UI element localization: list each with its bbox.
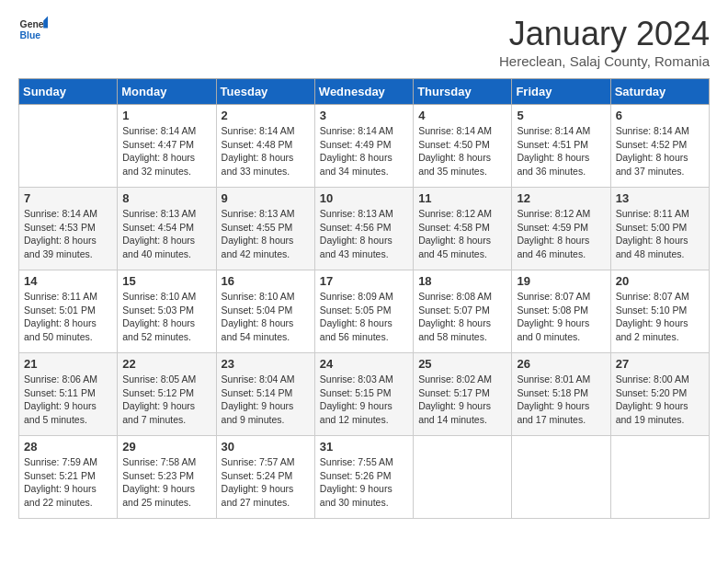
day-cell: 27Sunrise: 8:00 AMSunset: 5:20 PMDayligh… bbox=[610, 353, 709, 436]
day-cell: 10Sunrise: 8:13 AMSunset: 4:56 PMDayligh… bbox=[314, 188, 413, 270]
day-cell: 31Sunrise: 7:55 AMSunset: 5:26 PMDayligh… bbox=[314, 436, 413, 519]
day-number: 2 bbox=[222, 109, 310, 122]
day-cell bbox=[512, 436, 610, 519]
day-number: 28 bbox=[24, 440, 112, 454]
column-header-monday: Monday bbox=[118, 79, 216, 105]
calendar-subtitle: Hereclean, Salaj County, Romania bbox=[499, 53, 710, 69]
day-number: 27 bbox=[616, 357, 704, 371]
day-number: 16 bbox=[222, 274, 310, 288]
day-info: Sunrise: 8:14 AMSunset: 4:53 PMDaylight:… bbox=[24, 207, 112, 261]
calendar-table: SundayMondayTuesdayWednesdayThursdayFrid… bbox=[18, 78, 710, 519]
day-number: 15 bbox=[122, 274, 210, 288]
day-info: Sunrise: 7:55 AMSunset: 5:26 PMDaylight:… bbox=[320, 455, 408, 510]
day-number: 30 bbox=[222, 440, 310, 454]
day-info: Sunrise: 8:10 AMSunset: 5:04 PMDaylight:… bbox=[222, 290, 310, 344]
day-cell: 22Sunrise: 8:05 AMSunset: 5:12 PMDayligh… bbox=[118, 353, 216, 436]
day-cell: 30Sunrise: 7:57 AMSunset: 5:24 PMDayligh… bbox=[216, 436, 314, 519]
day-cell: 8Sunrise: 8:13 AMSunset: 4:54 PMDaylight… bbox=[118, 188, 216, 270]
day-info: Sunrise: 8:14 AMSunset: 4:48 PMDaylight:… bbox=[222, 124, 310, 178]
day-info: Sunrise: 8:05 AMSunset: 5:12 PMDaylight:… bbox=[122, 373, 210, 427]
day-cell: 20Sunrise: 8:07 AMSunset: 5:10 PMDayligh… bbox=[610, 270, 709, 353]
day-info: Sunrise: 7:57 AMSunset: 5:24 PMDaylight:… bbox=[222, 455, 310, 510]
day-cell: 1Sunrise: 8:14 AMSunset: 4:47 PMDaylight… bbox=[118, 105, 216, 188]
day-number: 8 bbox=[122, 191, 210, 205]
day-cell: 3Sunrise: 8:14 AMSunset: 4:49 PMDaylight… bbox=[314, 105, 413, 188]
day-info: Sunrise: 8:14 AMSunset: 4:52 PMDaylight:… bbox=[616, 124, 704, 178]
day-number: 10 bbox=[320, 191, 408, 205]
day-info: Sunrise: 8:08 AMSunset: 5:07 PMDaylight:… bbox=[418, 290, 506, 344]
day-info: Sunrise: 8:13 AMSunset: 4:56 PMDaylight:… bbox=[320, 207, 408, 261]
day-number: 12 bbox=[517, 191, 605, 205]
day-cell: 2Sunrise: 8:14 AMSunset: 4:48 PMDaylight… bbox=[216, 105, 314, 188]
day-number: 9 bbox=[222, 191, 310, 205]
day-cell: 28Sunrise: 7:59 AMSunset: 5:21 PMDayligh… bbox=[19, 436, 118, 519]
day-number: 17 bbox=[320, 274, 408, 288]
day-number: 3 bbox=[320, 109, 408, 122]
day-number: 21 bbox=[24, 357, 112, 371]
day-number: 22 bbox=[122, 357, 210, 371]
svg-text:Blue: Blue bbox=[20, 30, 41, 40]
day-number: 29 bbox=[122, 440, 210, 454]
day-cell: 23Sunrise: 8:04 AMSunset: 5:14 PMDayligh… bbox=[216, 353, 314, 436]
day-info: Sunrise: 8:09 AMSunset: 5:05 PMDaylight:… bbox=[320, 290, 408, 344]
day-number: 14 bbox=[24, 274, 112, 288]
day-info: Sunrise: 8:01 AMSunset: 5:18 PMDaylight:… bbox=[517, 373, 605, 427]
week-row-5: 28Sunrise: 7:59 AMSunset: 5:21 PMDayligh… bbox=[19, 436, 710, 519]
week-row-1: 1Sunrise: 8:14 AMSunset: 4:47 PMDaylight… bbox=[19, 105, 710, 188]
day-number: 24 bbox=[320, 357, 408, 371]
day-number: 31 bbox=[320, 440, 408, 454]
header: General Blue January 2024 Hereclean, Sal… bbox=[18, 15, 710, 69]
day-number: 26 bbox=[517, 357, 605, 371]
column-header-friday: Friday bbox=[512, 79, 610, 105]
day-number: 18 bbox=[418, 274, 506, 288]
day-cell: 11Sunrise: 8:12 AMSunset: 4:58 PMDayligh… bbox=[414, 188, 512, 270]
day-number: 23 bbox=[222, 357, 310, 371]
day-cell: 26Sunrise: 8:01 AMSunset: 5:18 PMDayligh… bbox=[512, 353, 610, 436]
day-info: Sunrise: 8:14 AMSunset: 4:50 PMDaylight:… bbox=[418, 124, 506, 178]
day-number: 6 bbox=[616, 109, 704, 122]
day-cell: 4Sunrise: 8:14 AMSunset: 4:50 PMDaylight… bbox=[414, 105, 512, 188]
day-info: Sunrise: 7:58 AMSunset: 5:23 PMDaylight:… bbox=[122, 455, 210, 510]
day-info: Sunrise: 8:07 AMSunset: 5:08 PMDaylight:… bbox=[517, 290, 605, 344]
day-info: Sunrise: 8:03 AMSunset: 5:15 PMDaylight:… bbox=[320, 373, 408, 427]
day-cell bbox=[414, 436, 512, 519]
day-number: 7 bbox=[24, 191, 112, 205]
day-cell: 24Sunrise: 8:03 AMSunset: 5:15 PMDayligh… bbox=[314, 353, 413, 436]
day-info: Sunrise: 8:04 AMSunset: 5:14 PMDaylight:… bbox=[222, 373, 310, 427]
day-cell: 9Sunrise: 8:13 AMSunset: 4:55 PMDaylight… bbox=[216, 188, 314, 270]
day-number: 19 bbox=[517, 274, 605, 288]
day-number: 11 bbox=[418, 191, 506, 205]
column-header-wednesday: Wednesday bbox=[314, 79, 413, 105]
title-area: January 2024 Hereclean, Salaj County, Ro… bbox=[499, 15, 710, 69]
day-number: 5 bbox=[517, 109, 605, 122]
day-info: Sunrise: 7:59 AMSunset: 5:21 PMDaylight:… bbox=[24, 455, 112, 510]
day-cell bbox=[19, 105, 118, 188]
column-header-sunday: Sunday bbox=[19, 79, 118, 105]
day-cell: 6Sunrise: 8:14 AMSunset: 4:52 PMDaylight… bbox=[610, 105, 709, 188]
week-row-2: 7Sunrise: 8:14 AMSunset: 4:53 PMDaylight… bbox=[19, 188, 710, 270]
day-cell: 13Sunrise: 8:11 AMSunset: 5:00 PMDayligh… bbox=[610, 188, 709, 270]
day-number: 25 bbox=[418, 357, 506, 371]
day-cell: 15Sunrise: 8:10 AMSunset: 5:03 PMDayligh… bbox=[118, 270, 216, 353]
column-header-thursday: Thursday bbox=[414, 79, 512, 105]
logo-icon: General Blue bbox=[18, 15, 48, 44]
column-header-saturday: Saturday bbox=[610, 79, 709, 105]
week-row-4: 21Sunrise: 8:06 AMSunset: 5:11 PMDayligh… bbox=[19, 353, 710, 436]
day-info: Sunrise: 8:00 AMSunset: 5:20 PMDaylight:… bbox=[616, 373, 704, 427]
day-cell: 7Sunrise: 8:14 AMSunset: 4:53 PMDaylight… bbox=[19, 188, 118, 270]
day-cell: 18Sunrise: 8:08 AMSunset: 5:07 PMDayligh… bbox=[414, 270, 512, 353]
day-cell: 29Sunrise: 7:58 AMSunset: 5:23 PMDayligh… bbox=[118, 436, 216, 519]
day-cell: 25Sunrise: 8:02 AMSunset: 5:17 PMDayligh… bbox=[414, 353, 512, 436]
day-info: Sunrise: 8:11 AMSunset: 5:00 PMDaylight:… bbox=[616, 207, 704, 261]
day-info: Sunrise: 8:10 AMSunset: 5:03 PMDaylight:… bbox=[122, 290, 210, 344]
day-cell: 12Sunrise: 8:12 AMSunset: 4:59 PMDayligh… bbox=[512, 188, 610, 270]
day-number: 20 bbox=[616, 274, 704, 288]
logo: General Blue bbox=[18, 15, 48, 44]
calendar-title: January 2024 bbox=[499, 15, 710, 53]
column-header-tuesday: Tuesday bbox=[216, 79, 314, 105]
day-cell: 5Sunrise: 8:14 AMSunset: 4:51 PMDaylight… bbox=[512, 105, 610, 188]
day-cell: 16Sunrise: 8:10 AMSunset: 5:04 PMDayligh… bbox=[216, 270, 314, 353]
day-cell bbox=[610, 436, 709, 519]
day-info: Sunrise: 8:14 AMSunset: 4:51 PMDaylight:… bbox=[517, 124, 605, 178]
day-number: 1 bbox=[122, 109, 210, 122]
